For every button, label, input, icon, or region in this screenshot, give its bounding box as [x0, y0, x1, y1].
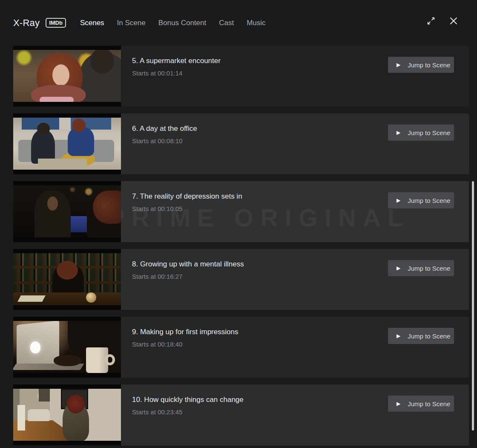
- xray-tabs: Scenes In Scene Bonus Content Cast Music: [80, 19, 266, 27]
- scene-row: 6. A day at the office Starts at 00:08:1…: [13, 113, 469, 174]
- tab-in-scene[interactable]: In Scene: [117, 19, 146, 27]
- thumb-art-woman-right-head: [72, 119, 86, 132]
- tab-cast[interactable]: Cast: [219, 19, 234, 27]
- scene-row: 9. Making up for first impressions Start…: [13, 317, 469, 378]
- scene-list: 5. A supermarket encounter Starts at 00:…: [0, 46, 477, 445]
- thumbnail-image: [13, 118, 121, 170]
- jump-to-scene-button[interactable]: ▶ Jump to Scene: [388, 124, 454, 141]
- jump-to-scene-button[interactable]: ▶ Jump to Scene: [388, 57, 454, 73]
- thumb-art-table-box: [38, 159, 87, 170]
- scene-thumbnail[interactable]: [13, 384, 121, 445]
- tab-music[interactable]: Music: [247, 19, 265, 27]
- scene-row: PRIME ORIGINAL 7. The reality of depress…: [13, 181, 469, 242]
- thumbnail-image: [13, 185, 121, 237]
- expand-icon[interactable]: [426, 16, 436, 26]
- xray-header: X-Ray IMDb Scenes In Scene Bonus Content…: [0, 0, 477, 46]
- xray-panel: X-Ray IMDb Scenes In Scene Bonus Content…: [0, 0, 477, 445]
- scene-info: 5. A supermarket encounter Starts at 00:…: [121, 46, 469, 107]
- thumb-art-hand: [54, 355, 81, 366]
- thumbnail-image: [13, 389, 121, 441]
- scene-info: PRIME ORIGINAL 7. The reality of depress…: [121, 181, 469, 242]
- thumb-art-woman-hair: [67, 395, 85, 413]
- thumb-art-woman-face: [52, 64, 69, 86]
- play-icon: ▶: [397, 130, 400, 135]
- header-actions: [426, 16, 459, 26]
- jump-button-label: Jump to Scene: [408, 400, 450, 408]
- thumbnail-image: [13, 253, 121, 305]
- play-icon: ▶: [397, 333, 400, 338]
- scene-info: 9. Making up for first impressions Start…: [121, 317, 469, 378]
- scene-thumbnail[interactable]: [13, 249, 121, 310]
- tab-bonus-content[interactable]: Bonus Content: [158, 19, 206, 27]
- thumb-art-picture-frame-small: [39, 389, 50, 402]
- thumb-art-man-face: [47, 197, 58, 211]
- thumbnail-image: [13, 50, 121, 102]
- scene-thumbnail[interactable]: [13, 46, 121, 107]
- jump-to-scene-button[interactable]: ▶ Jump to Scene: [388, 192, 454, 208]
- jump-button-label: Jump to Scene: [408, 197, 450, 204]
- scene-row: 10. How quickly things can change Starts…: [13, 384, 469, 445]
- jump-button-label: Jump to Scene: [408, 129, 450, 136]
- jump-button-label: Jump to Scene: [408, 61, 450, 69]
- play-icon: ▶: [397, 266, 400, 271]
- tab-scenes[interactable]: Scenes: [80, 19, 104, 27]
- thumb-art-mug-handle: [105, 354, 115, 365]
- scrollbar-thumb[interactable]: [472, 181, 474, 431]
- thumb-art-woman-hair: [57, 261, 78, 280]
- jump-to-scene-button[interactable]: ▶ Jump to Scene: [388, 328, 454, 344]
- thumbnail-image: [13, 321, 121, 373]
- thumb-art-woman-left-head: [37, 123, 50, 135]
- jump-to-scene-button[interactable]: ▶ Jump to Scene: [388, 396, 454, 412]
- play-icon: ▶: [397, 401, 400, 406]
- thumb-art-armchair: [28, 409, 50, 421]
- scene-thumbnail[interactable]: [13, 317, 121, 378]
- scene-info: 6. A day at the office Starts at 00:08:1…: [121, 113, 469, 174]
- scene-row: 5. A supermarket encounter Starts at 00:…: [13, 46, 469, 107]
- imdb-badge: IMDb: [46, 18, 66, 28]
- xray-title: X-Ray: [13, 17, 40, 29]
- thumb-art-paper: [17, 295, 46, 302]
- thumb-art-wall-paintings: [22, 118, 111, 130]
- thumb-art-pink-coat: [40, 97, 74, 102]
- apple-logo: [30, 341, 40, 353]
- jump-to-scene-button[interactable]: ▶ Jump to Scene: [388, 260, 454, 276]
- thumb-art-lamp-globe: [86, 292, 96, 303]
- xray-brand: X-Ray IMDb: [13, 17, 66, 29]
- jump-button-label: Jump to Scene: [408, 265, 450, 272]
- thumb-art-column: [17, 405, 25, 431]
- play-icon: ▶: [397, 198, 400, 203]
- scene-thumbnail[interactable]: [13, 181, 121, 242]
- scene-row: 8. Growing up with a mental illness Star…: [13, 249, 469, 310]
- scene-info: 8. Growing up with a mental illness Star…: [121, 249, 469, 310]
- scene-info: 10. How quickly things can change Starts…: [121, 384, 469, 445]
- jump-button-label: Jump to Scene: [408, 332, 450, 340]
- close-icon[interactable]: [448, 16, 459, 26]
- play-icon: ▶: [397, 62, 400, 67]
- scene-thumbnail[interactable]: [13, 113, 121, 174]
- thumb-art-woman-hair: [93, 191, 121, 224]
